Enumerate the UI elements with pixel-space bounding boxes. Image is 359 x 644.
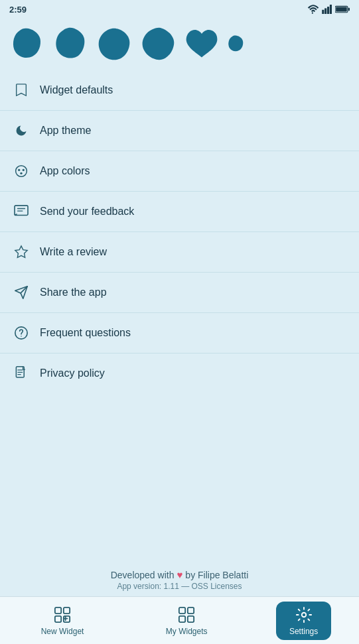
menu-item-share-app[interactable]: Share the app [0,273,359,313]
svg-rect-20 [188,607,194,613]
svg-point-13 [21,336,21,336]
shapes-row[interactable] [0,19,359,70]
message-edit-icon [13,204,29,220]
svg-rect-1 [324,8,326,14]
menu-item-widget-defaults[interactable]: Widget defaults [0,70,359,111]
nav-item-new-widget-label: New Widget [41,627,84,636]
footer-line2: App version: 1.11 — OSS Licenses [0,582,359,591]
bottom-nav: New Widget My Widgets Settings [0,596,359,644]
my-widgets-icon [177,606,196,624]
footer-prefix: Developed with [111,570,175,580]
nav-item-my-widgets-label: My Widgets [166,627,208,636]
status-bar: 2:59 [0,0,359,19]
menu-item-frequent-questions[interactable]: Frequent questions [0,313,359,354]
wifi-icon [307,5,319,14]
document-icon [13,365,29,381]
nav-item-new-widget[interactable]: New Widget [28,602,98,640]
new-widget-icon [53,606,72,624]
shape-3[interactable] [94,24,134,64]
svg-rect-22 [188,615,194,621]
svg-rect-2 [327,7,329,14]
nav-item-settings[interactable]: Settings [276,602,331,640]
menu-item-app-theme-label: App theme [40,125,91,137]
svg-rect-0 [322,10,324,14]
shape-5[interactable] [182,24,222,64]
footer: Developed with ♥ by Filipe Belatti App v… [0,569,359,591]
battery-icon [335,5,350,13]
settings-icon [295,606,313,624]
nav-item-my-widgets[interactable]: My Widgets [153,602,221,640]
svg-point-23 [301,612,306,617]
svg-rect-6 [336,7,347,11]
menu-list: Widget defaults App theme App colors [0,70,359,393]
bookmark-icon [13,82,29,98]
svg-rect-19 [179,607,185,613]
status-time: 2:59 [9,5,27,15]
moon-icon [13,123,29,139]
menu-item-widget-defaults-label: Widget defaults [40,84,113,96]
nav-item-settings-label: Settings [289,627,318,636]
svg-rect-17 [55,615,61,621]
star-icon [13,244,29,260]
menu-item-write-review[interactable]: Write a review [0,232,359,273]
shape-6[interactable] [226,24,246,64]
menu-item-frequent-questions-label: Frequent questions [40,327,131,339]
circle-dots-icon [13,163,29,179]
svg-point-9 [23,169,25,171]
status-icons [307,5,350,14]
shape-2[interactable] [50,24,90,64]
menu-item-share-app-label: Share the app [40,287,107,298]
menu-item-app-colors[interactable]: App colors [0,151,359,192]
menu-item-privacy-policy-label: Privacy policy [40,367,105,379]
svg-point-10 [20,172,22,174]
menu-item-app-theme[interactable]: App theme [0,111,359,151]
signal-icon [322,5,332,14]
question-circle-icon [13,325,29,341]
menu-item-write-review-label: Write a review [40,246,107,258]
svg-rect-16 [64,607,70,613]
svg-rect-21 [179,615,185,621]
svg-rect-3 [330,5,332,14]
svg-rect-15 [55,607,61,613]
menu-item-send-feedback[interactable]: Send your feedback [0,192,359,232]
send-icon [13,285,29,300]
menu-item-privacy-policy[interactable]: Privacy policy [0,354,359,393]
svg-point-7 [16,166,27,177]
shape-1[interactable] [7,24,46,64]
menu-item-send-feedback-label: Send your feedback [40,206,134,218]
heart-icon: ♥ [177,569,182,580]
footer-suffix: by Filipe Belatti [185,570,248,580]
footer-line1: Developed with ♥ by Filipe Belatti [0,569,359,580]
shape-4[interactable] [138,24,178,64]
svg-rect-5 [348,8,350,11]
menu-item-app-colors-label: App colors [40,165,90,177]
svg-point-8 [18,169,20,171]
